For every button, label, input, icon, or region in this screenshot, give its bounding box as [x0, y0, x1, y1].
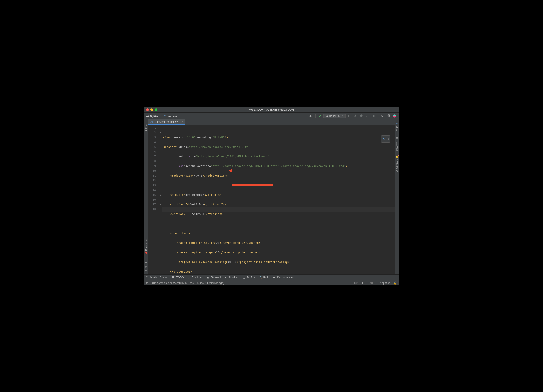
fold-end-icon[interactable]: ⊞ — [160, 192, 161, 197]
profiler-tool[interactable]: ◷Profiler — [243, 276, 255, 279]
navigation-bar: Web3jDev 〉 mpom.xml ▾ Current File ▼ ▾ — [144, 113, 399, 119]
build-hammer-icon[interactable] — [317, 113, 322, 119]
separator — [378, 114, 378, 118]
code-editor[interactable]: 123456789101112131415161718 ⊟ ⊟ ⊞ ⊞ <?xm… — [148, 125, 395, 274]
terminal-tool[interactable]: ▣Terminal — [207, 276, 221, 279]
breadcrumb: Web3jDev 〉 mpom.xml — [146, 114, 308, 118]
version-control-tool[interactable]: ᛘVersion Control — [146, 276, 168, 279]
left-tool-rail: ■Project 🔖Bookmarks ▭Structure — [144, 119, 148, 274]
stop-button[interactable] — [371, 113, 376, 119]
minimize-window[interactable] — [150, 108, 153, 111]
separator — [315, 114, 316, 118]
editor-area: m pom.xml (Web3jDev) × ⋮ 123456789101112… — [148, 119, 395, 274]
profiler-button[interactable]: ▾ — [365, 113, 370, 119]
todo-tool[interactable]: ☰TODO — [172, 276, 184, 279]
run-configuration-dropdown[interactable]: Current File ▼ — [323, 114, 346, 118]
code-content[interactable]: <?xml version="1.0" encoding="UTF-8"?> <… — [162, 125, 395, 274]
chevron-right-icon: 〉 — [159, 114, 162, 118]
editor-tabs: m pom.xml (Web3jDev) × ⋮ — [148, 119, 395, 125]
structure-tool[interactable]: ▭Structure — [145, 259, 147, 272]
fold-gutter: ⊟ ⊟ ⊞ ⊞ — [159, 125, 162, 274]
notifications-tool[interactable]: 🔔Notifications — [396, 155, 398, 172]
right-tool-rail: mMaven 🗄Database 🔔Notifications — [395, 119, 399, 274]
svg-rect-3 — [373, 115, 374, 117]
settings-gear-icon[interactable] — [386, 113, 391, 119]
breadcrumb-file[interactable]: mpom.xml — [164, 114, 177, 118]
close-window[interactable] — [146, 108, 149, 111]
svg-point-4 — [381, 115, 383, 116]
database-tool[interactable]: 🗄Database — [396, 137, 398, 151]
user-icon[interactable]: ▾ — [308, 113, 314, 119]
jetbrains-toolbox-icon[interactable] — [392, 113, 397, 119]
close-tab-icon[interactable]: × — [181, 120, 183, 123]
line-separator[interactable]: LF — [362, 281, 365, 285]
project-tool[interactable]: ■Project — [145, 121, 147, 132]
maven-reload-widget[interactable]: m↻ × — [381, 135, 390, 143]
services-tool[interactable]: ▶Services — [225, 276, 239, 279]
dependencies-tool[interactable]: ≣Dependencies — [273, 276, 294, 279]
caret-line-highlight — [162, 207, 395, 212]
maximize-window[interactable] — [155, 108, 158, 111]
bookmarks-tool[interactable]: 🔖Bookmarks — [145, 239, 147, 254]
search-icon[interactable] — [380, 113, 385, 119]
tab-pom-xml[interactable]: m pom.xml (Web3jDev) × — [148, 119, 185, 125]
tabs-more-icon[interactable]: ⋮ — [390, 120, 393, 123]
maven-tool[interactable]: mMaven — [395, 121, 398, 133]
tool-windows-icon[interactable]: ◻ — [146, 281, 148, 285]
run-button[interactable] — [346, 113, 352, 119]
inspection-ok-icon[interactable] — [387, 126, 391, 130]
content-area: ■Project 🔖Bookmarks ▭Structure m pom.xml… — [144, 119, 399, 274]
caret-position[interactable]: 18:1 — [354, 281, 359, 285]
lock-icon[interactable]: 🔒 — [394, 281, 397, 285]
coverage-button[interactable] — [359, 113, 364, 119]
status-bar: ◻ Build completed successfully in 1 sec,… — [144, 280, 399, 286]
maven-reload-icon[interactable]: m↻ — [383, 136, 385, 142]
debug-button[interactable] — [353, 113, 358, 119]
maven-file-icon: m — [150, 120, 153, 124]
window-controls — [146, 108, 158, 111]
bottom-tool-bar: ᛘVersion Control ☰TODO ⊘Problems ▣Termin… — [144, 274, 399, 280]
breadcrumb-project[interactable]: Web3jDev — [146, 114, 158, 118]
titlebar: Web3jDev – pom.xml (Web3jDev) — [144, 106, 399, 113]
maven-file-icon: m — [164, 114, 166, 118]
window-title: Web3jDev – pom.xml (Web3jDev) — [249, 108, 294, 111]
problems-tool[interactable]: ⊘Problems — [188, 276, 203, 279]
ide-window: Web3jDev – pom.xml (Web3jDev) Web3jDev 〉… — [144, 106, 399, 286]
status-message: Build completed successfully in 1 sec, 7… — [150, 281, 224, 285]
fold-marker-icon[interactable]: ⊟ — [160, 173, 161, 178]
indent-config[interactable]: 4 spaces — [380, 281, 390, 285]
fold-end-icon[interactable]: ⊞ — [160, 202, 161, 207]
chevron-down-icon: ▼ — [341, 115, 343, 117]
line-number-gutter: 123456789101112131415161718 — [148, 125, 159, 274]
svg-point-0 — [310, 115, 311, 116]
svg-point-1 — [355, 115, 356, 116]
fold-marker-icon[interactable]: ⊟ — [160, 130, 161, 135]
close-icon[interactable]: × — [387, 137, 389, 141]
build-tool[interactable]: 🔨Build — [259, 276, 269, 279]
file-encoding[interactable]: UTF-8 — [369, 281, 376, 285]
toolbar: ▾ Current File ▼ ▾ — [308, 113, 397, 119]
